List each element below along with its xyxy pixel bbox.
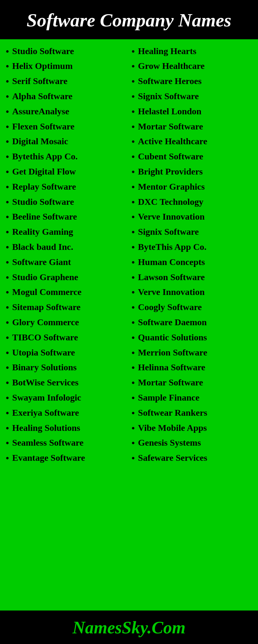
item-text: Lawson Software bbox=[138, 271, 205, 283]
item-text: Software Heroes bbox=[138, 75, 202, 87]
item-text: Studio Software bbox=[12, 45, 74, 57]
item-text: Mortar Software bbox=[138, 376, 203, 389]
list-item: •Exeriya Software bbox=[6, 407, 126, 419]
item-text: Healing Solutions bbox=[12, 422, 80, 434]
item-text: DXC Technology bbox=[138, 196, 203, 208]
list-item: •BotWise Services bbox=[6, 376, 126, 389]
item-text: Quantic Solutions bbox=[138, 331, 207, 344]
right-column: •Healing Hearts•Grow Healthcare•Software… bbox=[129, 45, 255, 467]
list-item: •Sample Finance bbox=[132, 392, 252, 404]
bullet-icon: • bbox=[132, 226, 135, 238]
item-text: Utopia Software bbox=[12, 346, 75, 359]
bullet-icon: • bbox=[132, 106, 135, 118]
list-item: •Helix Optimum bbox=[6, 60, 126, 72]
list-item: •Grow Healthcare bbox=[132, 60, 252, 72]
item-text: TIBCO Software bbox=[12, 331, 78, 344]
list-item: •Vibe Mobile Apps bbox=[132, 422, 252, 434]
list-item: •Studio Software bbox=[6, 45, 126, 58]
bullet-icon: • bbox=[132, 121, 135, 133]
list-item: •Healing Hearts bbox=[132, 45, 252, 58]
bullet-icon: • bbox=[132, 407, 135, 419]
bullet-icon: • bbox=[132, 90, 135, 103]
item-text: Studio Graphene bbox=[12, 271, 78, 283]
item-text: Alpha Software bbox=[12, 90, 73, 102]
bullet-icon: • bbox=[6, 286, 9, 298]
bullet-icon: • bbox=[132, 166, 135, 178]
item-text: Verve Innovation bbox=[138, 286, 205, 298]
page-title: Software Company Names bbox=[6, 10, 252, 31]
item-text: Replay Software bbox=[12, 181, 76, 193]
list-item: •Evantage Software bbox=[6, 452, 126, 464]
bullet-icon: • bbox=[132, 211, 135, 223]
bullet-icon: • bbox=[6, 181, 9, 193]
bullet-icon: • bbox=[6, 226, 9, 238]
list-item: •TIBCO Software bbox=[6, 331, 126, 344]
item-text: Swayam Infologic bbox=[12, 392, 81, 404]
bullet-icon: • bbox=[6, 422, 9, 434]
bullet-icon: • bbox=[132, 136, 135, 148]
list-item: •Mentor Graphics bbox=[132, 181, 252, 193]
item-text: Signix Software bbox=[138, 90, 199, 102]
item-text: Seamless Software bbox=[12, 437, 84, 449]
item-text: Grow Healthcare bbox=[138, 60, 205, 72]
bullet-icon: • bbox=[132, 317, 135, 329]
list-item: •Binary Solutions bbox=[6, 361, 126, 374]
list-item: •Verve Innovation bbox=[132, 286, 252, 298]
list-item: •Mortar Software bbox=[132, 376, 252, 389]
bullet-icon: • bbox=[6, 106, 9, 118]
list-item: •Flexen Software bbox=[6, 120, 126, 133]
list-item: •Active Healthcare bbox=[132, 135, 252, 148]
list-item: •Beeline Software bbox=[6, 211, 126, 223]
bullet-icon: • bbox=[132, 60, 135, 72]
list-item: •Mogul Commerce bbox=[6, 286, 126, 298]
list-item: •Get Digital Flow bbox=[6, 166, 126, 178]
list-item: •Helastel London bbox=[132, 105, 252, 118]
bullet-icon: • bbox=[132, 241, 135, 253]
item-text: AssureAnalyse bbox=[12, 105, 69, 118]
item-text: Evantage Software bbox=[12, 452, 85, 464]
list-item: •Softwear Rankers bbox=[132, 407, 252, 419]
item-text: Digital Mosaic bbox=[12, 135, 68, 147]
list-item: •Mortar Software bbox=[132, 120, 252, 133]
list-item: •Verve Innovation bbox=[132, 211, 252, 223]
list-item: •Software Heroes bbox=[132, 75, 252, 88]
bullet-icon: • bbox=[132, 286, 135, 298]
list-item: •Alpha Software bbox=[6, 90, 126, 103]
left-column: •Studio Software•Helix Optimum•Serif Sof… bbox=[3, 45, 129, 467]
bullet-icon: • bbox=[6, 452, 9, 464]
list-item: •ByteThis App Co. bbox=[132, 241, 252, 253]
item-text: Studio Software bbox=[12, 196, 74, 208]
bullet-icon: • bbox=[132, 271, 135, 284]
bullet-icon: • bbox=[6, 256, 9, 269]
list-item: •Human Concepts bbox=[132, 256, 252, 269]
bullet-icon: • bbox=[6, 362, 9, 374]
bullet-icon: • bbox=[132, 75, 135, 88]
item-text: Safeware Services bbox=[138, 452, 207, 464]
list-item: •Studio Software bbox=[6, 196, 126, 208]
list-item: •Bytethis App Co. bbox=[6, 150, 126, 163]
bullet-icon: • bbox=[132, 452, 135, 464]
bullet-icon: • bbox=[6, 136, 9, 148]
bullet-icon: • bbox=[132, 332, 135, 344]
list-item: •Software Daemon bbox=[132, 316, 252, 329]
item-text: Exeriya Software bbox=[12, 407, 79, 419]
bullet-icon: • bbox=[6, 317, 9, 329]
footer: NamesSky.Com bbox=[0, 611, 258, 644]
list-item: •Quantic Solutions bbox=[132, 331, 252, 344]
item-text: Helastel London bbox=[138, 105, 202, 118]
item-text: Get Digital Flow bbox=[12, 166, 76, 178]
bullet-icon: • bbox=[6, 90, 9, 103]
item-text: Softwear Rankers bbox=[138, 407, 207, 419]
item-text: Vibe Mobile Apps bbox=[138, 422, 207, 434]
list-item: •Digital Mosaic bbox=[6, 135, 126, 148]
list-item: •Replay Software bbox=[6, 181, 126, 193]
list-item: •Glory Commerce bbox=[6, 316, 126, 329]
bullet-icon: • bbox=[6, 407, 9, 419]
item-text: Signix Software bbox=[138, 226, 199, 238]
bullet-icon: • bbox=[6, 392, 9, 404]
item-text: Coogly Software bbox=[138, 301, 202, 313]
main-content: •Studio Software•Helix Optimum•Serif Sof… bbox=[0, 39, 258, 611]
bullet-icon: • bbox=[6, 377, 9, 389]
list-item: •Helinna Software bbox=[132, 361, 252, 374]
bullet-icon: • bbox=[132, 422, 135, 434]
